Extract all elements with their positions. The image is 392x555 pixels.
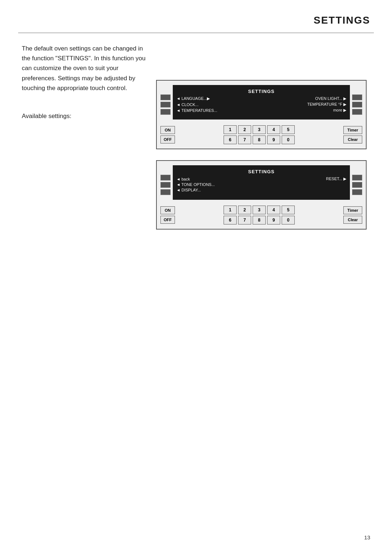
screen-row-2-0-right[interactable]: RESET... ▶ [326, 177, 346, 181]
timer-button-1[interactable]: Timer [343, 126, 362, 134]
left-side-btn-2c[interactable] [160, 189, 171, 195]
screen-with-sides-1: SETTINGS ◄ LANGUAGE...▶ OVEN LIGHT... ▶ … [160, 85, 362, 124]
screen-row-2-0: ◄ back RESET... ▶ [176, 177, 346, 181]
num-row-1-bottom: 6 7 8 9 0 [176, 135, 342, 144]
num-btn-2-9[interactable]: 9 [267, 216, 280, 224]
screen-title-2: SETTINGS [176, 169, 346, 174]
left-side-btn-1c[interactable] [160, 109, 171, 115]
screen-row-2-1: ◄ TONE OPTIONS... [176, 182, 346, 187]
num-row-1-top: 1 2 3 4 5 [176, 125, 342, 134]
screen-row-1-0-right[interactable]: OVEN LIGHT... ▶ [315, 96, 346, 101]
num-btn-2-4[interactable]: 4 [267, 206, 280, 214]
screen-rows-1: ◄ LANGUAGE...▶ OVEN LIGHT... ▶ ◄ CLOCK..… [176, 96, 346, 113]
num-btn-1-8[interactable]: 8 [253, 135, 266, 144]
screen-row-1-1: ◄ CLOCK... TEMPERATURE °F ▶ [176, 102, 346, 107]
num-btn-1-7[interactable]: 7 [238, 135, 251, 144]
right-side-btn-2a[interactable] [352, 175, 362, 181]
num-btn-1-5[interactable]: 5 [282, 125, 295, 134]
screen-row-1-1-right[interactable]: TEMPERATURE °F ▶ [307, 102, 346, 107]
num-row-2-top: 1 2 3 4 5 [176, 206, 342, 214]
title-divider [18, 33, 374, 33]
num-btn-1-1[interactable]: 1 [224, 125, 237, 134]
numpad-2: ON OFF 1 2 3 4 5 6 7 8 9 0 [160, 206, 362, 224]
num-btn-2-7[interactable]: 7 [238, 216, 251, 224]
num-btn-2-3[interactable]: 3 [253, 206, 266, 214]
screen-row-1-2-right[interactable]: more ▶ [333, 108, 346, 113]
clear-button-2[interactable]: Clear [343, 216, 362, 224]
on-off-col-1: ON OFF [160, 126, 175, 143]
right-side-btn-2b[interactable] [352, 182, 362, 188]
num-btn-1-9[interactable]: 9 [267, 135, 280, 144]
left-side-btn-1b[interactable] [160, 102, 171, 108]
screen-row-1-0-left[interactable]: ◄ LANGUAGE...▶ [176, 96, 210, 101]
timer-button-2[interactable]: Timer [343, 206, 362, 214]
num-btn-1-3[interactable]: 3 [253, 125, 266, 134]
screen-row-1-1-left[interactable]: ◄ CLOCK... [176, 102, 199, 107]
num-btn-2-5[interactable]: 5 [282, 206, 295, 214]
action-col-2: Timer Clear [343, 206, 362, 224]
screen-with-sides-2: SETTINGS ◄ back RESET... ▶ ◄ TONE OPTION… [160, 165, 362, 204]
right-side-btn-2c[interactable] [352, 189, 362, 195]
num-btn-1-4[interactable]: 4 [267, 125, 280, 134]
left-side-btn-2a[interactable] [160, 175, 171, 181]
screen-row-2-2-left[interactable]: ◄ DISPLAY... [176, 188, 201, 192]
num-btn-2-0[interactable]: 0 [282, 216, 295, 224]
num-btn-2-2[interactable]: 2 [238, 206, 251, 214]
body-text: The default oven settings can be changed… [22, 44, 152, 93]
screen-row-2-0-left[interactable]: ◄ back [176, 177, 190, 181]
display-screen-1: SETTINGS ◄ LANGUAGE...▶ OVEN LIGHT... ▶ … [173, 85, 350, 119]
numpad-1: ON OFF 1 2 3 4 5 6 7 8 9 0 [160, 125, 362, 144]
screen-row-1-0: ◄ LANGUAGE...▶ OVEN LIGHT... ▶ [176, 96, 346, 101]
page-number: 13 [364, 534, 370, 540]
num-btn-1-6[interactable]: 6 [224, 135, 237, 144]
right-side-btn-1a[interactable] [352, 94, 362, 100]
on-button-1[interactable]: ON [160, 126, 175, 134]
screen-row-2-2: ◄ DISPLAY... [176, 188, 346, 192]
num-btn-2-1[interactable]: 1 [224, 206, 237, 214]
right-side-btn-1b[interactable] [352, 102, 362, 108]
screen-row-2-1-left[interactable]: ◄ TONE OPTIONS... [176, 182, 215, 187]
screen-row-1-2: ◄ TEMPERATURES... more ▶ [176, 108, 346, 113]
page-title: SETTINGS [314, 15, 370, 26]
right-side-buttons-1 [352, 85, 362, 124]
panels-container: SETTINGS ◄ LANGUAGE...▶ OVEN LIGHT... ▶ … [156, 80, 367, 240]
action-col-1: Timer Clear [343, 126, 362, 143]
screen-row-1-2-left[interactable]: ◄ TEMPERATURES... [176, 108, 217, 113]
screen-rows-2: ◄ back RESET... ▶ ◄ TONE OPTIONS... ◄ DI… [176, 177, 346, 192]
num-btn-1-2[interactable]: 2 [238, 125, 251, 134]
available-settings-label: Available settings: [22, 113, 72, 120]
num-btn-2-6[interactable]: 6 [224, 216, 237, 224]
left-side-btn-1a[interactable] [160, 94, 171, 100]
clear-button-1[interactable]: Clear [343, 135, 362, 143]
oven-panel-1: SETTINGS ◄ LANGUAGE...▶ OVEN LIGHT... ▶ … [156, 80, 367, 149]
right-side-buttons-2 [352, 165, 362, 204]
num-grid-2: 1 2 3 4 5 6 7 8 9 0 [176, 206, 342, 224]
left-side-buttons-2 [160, 165, 171, 204]
screen-title-1: SETTINGS [176, 89, 346, 94]
on-button-2[interactable]: ON [160, 206, 175, 214]
left-side-btn-2b[interactable] [160, 182, 171, 188]
display-screen-2: SETTINGS ◄ back RESET... ▶ ◄ TONE OPTION… [173, 165, 350, 200]
num-btn-1-0[interactable]: 0 [282, 135, 295, 144]
off-button-1[interactable]: OFF [160, 135, 175, 143]
num-btn-2-8[interactable]: 8 [253, 216, 266, 224]
oven-panel-2: SETTINGS ◄ back RESET... ▶ ◄ TONE OPTION… [156, 160, 367, 230]
on-off-col-2: ON OFF [160, 206, 175, 224]
off-button-2[interactable]: OFF [160, 216, 175, 224]
num-grid-1: 1 2 3 4 5 6 7 8 9 0 [176, 125, 342, 144]
left-side-buttons-1 [160, 85, 171, 124]
right-side-btn-1c[interactable] [352, 109, 362, 115]
num-row-2-bottom: 6 7 8 9 0 [176, 216, 342, 224]
